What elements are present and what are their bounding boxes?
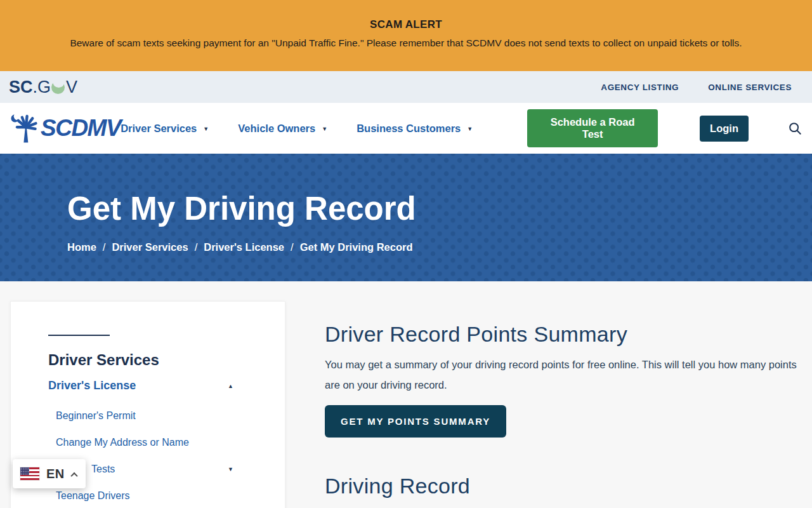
expand-arrow-icon[interactable]: ▼ [228, 466, 233, 472]
scgov-logo[interactable]: SC.GV [9, 79, 77, 96]
language-selector[interactable]: EN [13, 459, 86, 488]
collapse-arrow-icon[interactable]: ▲ [228, 383, 233, 389]
nav-items: Driver Services▼ Vehicle Owners▼ Busines… [121, 109, 803, 147]
agency-listing-link[interactable]: AGENCY LISTING [601, 83, 679, 92]
search-icon [788, 121, 802, 135]
breadcrumb-separator: / [291, 241, 294, 253]
sidebar-item-beginners-permit[interactable]: Beginner's Permit [48, 403, 270, 429]
chevron-down-icon: ▼ [203, 126, 209, 132]
crescent-moon-icon [51, 80, 65, 94]
scam-alert-banner: SCAM ALERT Beware of scam texts seeking … [0, 0, 812, 71]
page-hero: Get My Driving Record Home / Driver Serv… [0, 154, 812, 281]
online-services-link[interactable]: ONLINE SERVICES [708, 83, 792, 92]
chevron-down-icon: ▼ [322, 126, 327, 132]
scdmv-logo-text: SCDMV [41, 115, 121, 142]
breadcrumb-separator: / [103, 241, 106, 253]
breadcrumb-home[interactable]: Home [67, 241, 96, 253]
nav-item-vehicle-owners[interactable]: Vehicle Owners▼ [238, 123, 327, 135]
main-content: Driver Record Points Summary You may get… [325, 301, 797, 499]
driving-record-heading: Driving Record [325, 473, 797, 499]
sidebar-decorative-rule [48, 335, 110, 336]
chevron-down-icon: ▼ [467, 126, 473, 132]
scgov-logo-dot-g: .G [33, 79, 51, 96]
search-button[interactable] [787, 120, 803, 137]
scam-alert-title: SCAM ALERT [0, 0, 812, 31]
nav-item-business-customers[interactable]: Business Customers▼ [357, 123, 473, 135]
language-code: EN [46, 467, 65, 481]
page-title: Get My Driving Record [67, 154, 812, 228]
chevron-up-icon [70, 472, 77, 479]
scdmv-logo[interactable]: SCDMV [9, 112, 121, 145]
content-area: Driver Services Driver's License ▲ Begin… [0, 281, 812, 508]
get-points-summary-button[interactable]: GET MY POINTS SUMMARY [325, 405, 506, 438]
breadcrumb-driver-services[interactable]: Driver Services [112, 241, 188, 253]
us-flag-icon [20, 467, 39, 480]
scgov-logo-sc: SC [9, 79, 33, 96]
sidebar-sublist: Beginner's Permit Change My Address or N… [48, 403, 270, 508]
points-summary-heading: Driver Record Points Summary [325, 321, 797, 347]
login-button[interactable]: Login [700, 116, 749, 142]
scam-alert-message: Beware of scam texts seeking payment for… [0, 37, 812, 49]
sidebar-heading: Driver Services [48, 351, 270, 369]
breadcrumb-drivers-license[interactable]: Driver's License [204, 241, 284, 253]
breadcrumb-separator: / [195, 241, 198, 253]
schedule-road-test-button[interactable]: Schedule a Road Test [527, 109, 658, 147]
palmetto-tree-icon [9, 112, 42, 145]
utility-links: AGENCY LISTING ONLINE SERVICES [601, 83, 792, 92]
nav-item-driver-services[interactable]: Driver Services▼ [121, 123, 209, 135]
scgov-logo-v: V [66, 79, 77, 96]
breadcrumb-current-page: Get My Driving Record [300, 241, 413, 253]
utility-bar: SC.GV AGENCY LISTING ONLINE SERVICES [0, 71, 812, 103]
breadcrumb: Home / Driver Services / Driver's Licens… [67, 241, 812, 253]
sidebar-section-drivers-license[interactable]: Driver's License ▲ [48, 379, 270, 392]
main-nav: SCDMV Driver Services▼ Vehicle Owners▼ B… [0, 103, 812, 154]
points-summary-description: You may get a summary of your driving re… [325, 354, 797, 395]
sidebar-item-change-address-name[interactable]: Change My Address or Name [48, 429, 270, 456]
